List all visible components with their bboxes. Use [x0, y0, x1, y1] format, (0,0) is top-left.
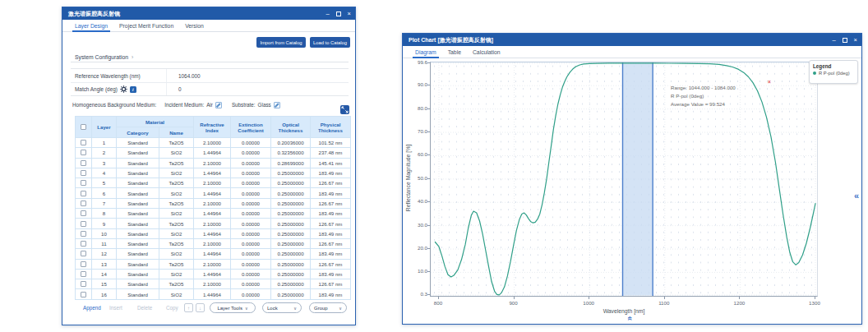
cell-refractive-index[interactable]: 1.44964: [194, 188, 231, 198]
tab-version[interactable]: Version: [179, 20, 210, 31]
cell-physical-thickness[interactable]: 183.49 nm: [311, 289, 351, 299]
cell-physical-thickness[interactable]: 183.49 nm: [311, 228, 351, 238]
cell-optical-thickness[interactable]: 0.25000000: [271, 279, 311, 289]
cell-layer[interactable]: 14: [92, 269, 117, 279]
cell-refractive-index[interactable]: 2.10000: [194, 138, 231, 148]
maximize-icon[interactable]: [843, 38, 847, 43]
cell-extinction-coefficient[interactable]: 0.00000: [231, 209, 271, 219]
cell-layer[interactable]: 3: [92, 158, 117, 168]
row-checkbox[interactable]: [81, 180, 86, 186]
tab-table[interactable]: Table: [442, 46, 467, 58]
insert-button[interactable]: Insert: [109, 302, 122, 313]
cell-extinction-coefficient[interactable]: 0.00000: [231, 158, 271, 168]
match-angle-value[interactable]: 0: [178, 86, 182, 92]
cell-refractive-index[interactable]: 2.10000: [194, 279, 231, 289]
tab-calculation[interactable]: Calculation: [467, 46, 506, 58]
cell-category[interactable]: Standard: [117, 198, 159, 208]
row-checkbox[interactable]: [81, 191, 86, 196]
cell-refractive-index[interactable]: 1.44964: [194, 209, 231, 219]
cell-refractive-index[interactable]: 1.44964: [194, 168, 231, 178]
expand-panel-right-icon[interactable]: «: [854, 191, 859, 201]
left-titlebar[interactable]: 激光谐振腔高反射镜 – ×: [62, 7, 355, 20]
cell-category[interactable]: Standard: [117, 188, 159, 198]
row-checkbox[interactable]: [81, 241, 86, 247]
cell-category[interactable]: Standard: [117, 219, 159, 228]
cell-material-name[interactable]: Ta2O5: [159, 238, 194, 248]
row-checkbox[interactable]: [81, 150, 86, 155]
cell-extinction-coefficient[interactable]: 0.00000: [231, 219, 271, 228]
cell-category[interactable]: Standard: [117, 138, 159, 148]
column-category[interactable]: Category: [117, 127, 159, 138]
cell-material-name[interactable]: SiO2: [159, 168, 194, 178]
cell-layer[interactable]: 16: [92, 289, 117, 299]
cell-extinction-coefficient[interactable]: 0.00000: [231, 178, 271, 188]
cell-optical-thickness[interactable]: 0.25000000: [271, 219, 311, 228]
cell-physical-thickness[interactable]: 126.67 nm: [311, 219, 351, 228]
cell-material-name[interactable]: SiO2: [159, 188, 194, 198]
cell-layer[interactable]: 1: [92, 138, 117, 148]
cell-material-name[interactable]: SiO2: [159, 209, 194, 219]
cell-physical-thickness[interactable]: 183.49 nm: [311, 168, 351, 178]
cell-optical-thickness[interactable]: 0.25000000: [271, 269, 311, 279]
cell-refractive-index[interactable]: 1.44964: [194, 289, 231, 299]
cell-category[interactable]: Standard: [117, 148, 159, 158]
select-all-checkbox[interactable]: [81, 124, 86, 130]
tab-project-merit-function[interactable]: Project Merit Function: [113, 20, 179, 31]
minimize-icon[interactable]: –: [326, 7, 329, 20]
column-name[interactable]: Name: [159, 127, 194, 138]
cell-material-name[interactable]: SiO2: [159, 289, 194, 299]
cell-layer[interactable]: 6: [92, 188, 117, 198]
info-icon[interactable]: i: [130, 86, 136, 93]
cell-extinction-coefficient[interactable]: 0.00000: [231, 269, 271, 279]
row-checkbox[interactable]: [81, 170, 86, 176]
cell-extinction-coefficient[interactable]: 0.00000: [231, 238, 271, 248]
right-titlebar[interactable]: Plot Chart [激光谐振腔高反射镜] – ×: [403, 34, 861, 46]
cell-optical-thickness[interactable]: 0.25000000: [271, 259, 311, 269]
cell-layer[interactable]: 10: [92, 228, 117, 238]
cell-refractive-index[interactable]: 2.10000: [194, 259, 231, 269]
cell-refractive-index[interactable]: 1.44964: [194, 228, 231, 238]
cell-category[interactable]: Standard: [117, 289, 159, 299]
cell-physical-thickness[interactable]: 145.41 nm: [311, 158, 351, 168]
system-configuration-header[interactable]: System Configuration ›: [71, 52, 349, 62]
tab-layer-design[interactable]: Layer Design: [69, 20, 113, 31]
cell-material-name[interactable]: Ta2O5: [159, 178, 194, 188]
row-checkbox[interactable]: [81, 271, 86, 277]
cell-refractive-index[interactable]: 1.44964: [194, 249, 231, 259]
load-to-catalog-button[interactable]: Load to Catalog: [310, 37, 350, 48]
close-icon[interactable]: ×: [348, 7, 351, 20]
cell-optical-thickness[interactable]: 0.25000000: [271, 249, 311, 259]
expand-panel-bottom-icon[interactable]: «: [626, 316, 635, 321]
cell-material-name[interactable]: SiO2: [159, 249, 194, 259]
row-checkbox[interactable]: [81, 201, 86, 206]
cell-optical-thickness[interactable]: 0.25000000: [271, 209, 311, 219]
maximize-icon[interactable]: [336, 12, 341, 16]
cell-extinction-coefficient[interactable]: 0.00000: [231, 138, 271, 148]
row-checkbox[interactable]: [81, 261, 86, 267]
cell-category[interactable]: Standard: [117, 178, 159, 188]
row-checkbox[interactable]: [81, 251, 86, 256]
cell-physical-thickness[interactable]: 126.67 nm: [311, 198, 351, 208]
edit-substrate-icon[interactable]: [274, 102, 280, 108]
gear-icon[interactable]: [120, 85, 127, 93]
group-dropdown[interactable]: Group ∨: [309, 302, 347, 313]
cell-category[interactable]: Standard: [117, 168, 159, 178]
cell-layer[interactable]: 4: [92, 168, 117, 178]
cell-material-name[interactable]: Ta2O5: [159, 279, 194, 289]
row-checkbox[interactable]: [81, 231, 86, 237]
cell-material-name[interactable]: Ta2O5: [159, 158, 194, 168]
cell-layer[interactable]: 5: [92, 178, 117, 188]
row-checkbox[interactable]: [81, 210, 86, 216]
column-optical-thickness[interactable]: Optical Thickness: [271, 117, 311, 138]
cell-material-name[interactable]: SiO2: [159, 269, 194, 279]
cell-category[interactable]: Standard: [117, 228, 159, 238]
cell-extinction-coefficient[interactable]: 0.00000: [231, 249, 271, 259]
cell-optical-thickness[interactable]: 0.20036000: [271, 138, 311, 148]
cell-extinction-coefficient[interactable]: 0.00000: [231, 198, 271, 208]
row-checkbox[interactable]: [81, 160, 86, 166]
cell-physical-thickness[interactable]: 183.49 nm: [311, 249, 351, 259]
cell-physical-thickness[interactable]: 101.52 nm: [311, 138, 351, 148]
cell-optical-thickness[interactable]: 0.25000000: [271, 188, 311, 198]
minimize-icon[interactable]: –: [832, 34, 835, 46]
cell-extinction-coefficient[interactable]: 0.00000: [231, 228, 271, 238]
